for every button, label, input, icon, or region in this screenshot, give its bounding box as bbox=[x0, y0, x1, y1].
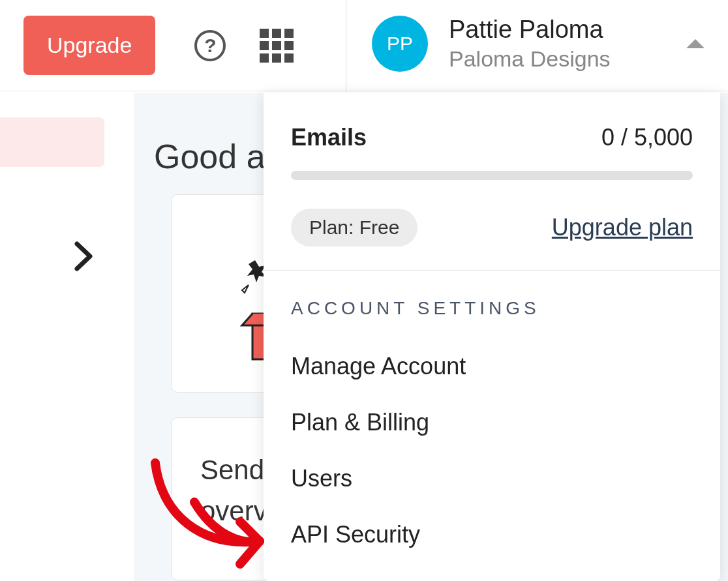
emails-count: 0 / 5,000 bbox=[601, 124, 693, 151]
emails-label: Emails bbox=[291, 124, 367, 151]
emails-progress-bar bbox=[291, 171, 693, 180]
account-menu-trigger[interactable]: PP Pattie Paloma Paloma Designs bbox=[372, 16, 718, 72]
sidebar-highlight bbox=[0, 117, 104, 167]
account-names: Pattie Paloma Paloma Designs bbox=[449, 16, 611, 72]
topbar: Upgrade ? PP Pattie Paloma Paloma Design… bbox=[0, 0, 728, 91]
account-dropdown: Emails 0 / 5,000 Plan: Free Upgrade plan… bbox=[264, 93, 720, 581]
upgrade-button[interactable]: Upgrade bbox=[23, 16, 155, 75]
chevron-right-icon bbox=[73, 240, 97, 273]
account-settings-heading: ACCOUNT SETTINGS bbox=[291, 298, 693, 319]
help-icon[interactable]: ? bbox=[194, 30, 226, 61]
chevron-up-icon bbox=[686, 39, 705, 48]
dropdown-usage-section: Emails 0 / 5,000 Plan: Free Upgrade plan bbox=[264, 93, 720, 271]
menu-api-security[interactable]: API Security bbox=[291, 507, 693, 563]
sidebar-toggle[interactable] bbox=[73, 240, 97, 275]
menu-users[interactable]: Users bbox=[291, 451, 693, 507]
plan-badge: Plan: Free bbox=[291, 209, 417, 246]
sending-overview-title: Sendi overvi bbox=[200, 449, 273, 531]
menu-manage-account[interactable]: Manage Account bbox=[291, 338, 693, 395]
menu-plan-billing[interactable]: Plan & Billing bbox=[291, 395, 693, 451]
dropdown-settings-section: ACCOUNT SETTINGS Manage Account Plan & B… bbox=[264, 271, 720, 563]
greeting-text: Good a bbox=[154, 137, 265, 176]
avatar: PP bbox=[372, 16, 428, 72]
apps-grid-icon[interactable] bbox=[260, 29, 294, 63]
account-org: Paloma Designs bbox=[449, 46, 611, 72]
account-name: Pattie Paloma bbox=[449, 16, 611, 44]
vertical-divider bbox=[346, 0, 346, 92]
upgrade-plan-link[interactable]: Upgrade plan bbox=[552, 214, 693, 241]
